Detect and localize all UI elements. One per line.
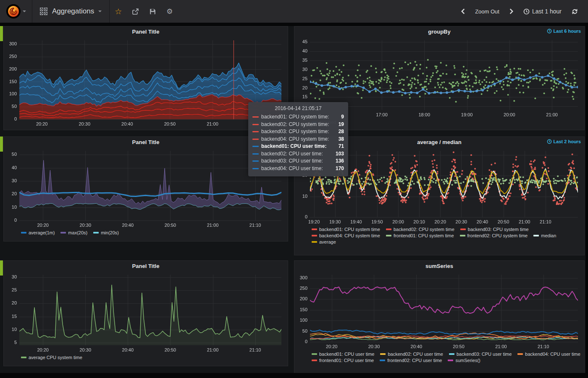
divider bbox=[585, 23, 588, 378]
chevron-left-icon bbox=[461, 8, 465, 14]
star-button[interactable]: ☆ bbox=[110, 0, 127, 23]
legend-label: backend02: CPU user time bbox=[388, 352, 443, 357]
time-range-label: Last 1 hour bbox=[532, 8, 562, 15]
legend-item[interactable]: backend01: CPU system time bbox=[312, 227, 380, 232]
dashboard-title: Aggregations bbox=[52, 7, 94, 16]
legend: backend01: CPU system timebackend02: CPU… bbox=[296, 227, 583, 244]
graph-tooltip: 2016-04-14 21:05:17 backend01: CPU syste… bbox=[248, 102, 348, 176]
panel-title: Panel Title bbox=[132, 263, 160, 269]
tooltip-series-label: backend01: CPU system time: bbox=[261, 114, 338, 120]
legend-item[interactable]: frontend01: CPU system time bbox=[386, 233, 454, 238]
panel-header[interactable]: Panel Title bbox=[5, 137, 286, 147]
legend-label: frontend01: CPU user time bbox=[319, 358, 374, 363]
tooltip-row: backend01: CPU user time:71 bbox=[252, 144, 344, 149]
series-color-dash bbox=[252, 124, 259, 125]
save-button[interactable] bbox=[144, 0, 161, 23]
panel-title: Panel Title bbox=[132, 139, 160, 145]
panel-average-cpu: Panel Title average CPU system time bbox=[3, 260, 288, 366]
tooltip-series-label: backend02: CPU user time: bbox=[261, 151, 332, 157]
legend-color-chip bbox=[312, 235, 317, 236]
legend-item[interactable]: frontend02: CPU system time bbox=[460, 233, 528, 238]
panel-title: Panel Title bbox=[132, 29, 160, 35]
legend-item[interactable]: backend03: CPU user time bbox=[449, 352, 512, 357]
panel-sumseries: sumSeries backend01: CPU user timebacken… bbox=[294, 260, 585, 373]
tooltip-series-label: backend03: CPU system time: bbox=[261, 129, 335, 134]
tooltip-series-label: backend03: CPU user time: bbox=[261, 158, 332, 164]
panel-header[interactable]: Panel Title bbox=[5, 26, 286, 37]
legend-label: frontend02: CPU user time bbox=[387, 358, 442, 363]
legend-item[interactable]: backend02: CPU user time bbox=[380, 352, 443, 357]
chart-stacked-cpu[interactable] bbox=[5, 37, 286, 128]
refresh-icon bbox=[572, 8, 578, 15]
legend-label: frontend01: CPU system time bbox=[394, 233, 454, 238]
tooltip-row: backend03: CPU user time:136 bbox=[252, 158, 344, 164]
panel-header[interactable]: Panel Title bbox=[5, 261, 286, 271]
tooltip-series-value: 71 bbox=[339, 144, 344, 149]
legend-item[interactable]: average CPU system time bbox=[21, 355, 82, 360]
time-forward-button[interactable] bbox=[504, 0, 518, 23]
row-tab-3[interactable] bbox=[0, 260, 3, 276]
legend-item[interactable]: frontend01: CPU user time bbox=[312, 358, 374, 363]
panel-header[interactable]: sumSeries bbox=[296, 261, 583, 271]
time-back-button[interactable] bbox=[456, 0, 470, 23]
legend-color-chip bbox=[460, 228, 466, 230]
tooltip-row: backend01: CPU system time:9 bbox=[252, 114, 344, 120]
settings-button[interactable]: ⚙ bbox=[161, 0, 178, 23]
legend-item[interactable]: average bbox=[312, 239, 336, 244]
tooltip-timestamp: 2016-04-14 21:05:17 bbox=[252, 105, 344, 111]
time-override-badge[interactable]: Last 6 hours bbox=[547, 29, 581, 34]
chart-avg-max-min[interactable] bbox=[5, 147, 286, 229]
dashboard-picker[interactable]: Aggregations bbox=[32, 0, 110, 23]
legend-item[interactable]: backend02: CPU system time bbox=[386, 227, 454, 232]
legend-label: max(20s) bbox=[68, 230, 87, 235]
refresh-button[interactable] bbox=[567, 0, 583, 23]
series-color-dash bbox=[252, 160, 259, 162]
legend-item[interactable]: median bbox=[533, 233, 556, 238]
grafana-logo-menu[interactable] bbox=[0, 0, 32, 23]
panel-stacked-cpu: Panel Title bbox=[3, 26, 288, 130]
gear-icon: ⚙ bbox=[166, 8, 173, 15]
chart-sumseries[interactable] bbox=[296, 271, 583, 350]
zoom-out-button[interactable]: Zoom Out bbox=[470, 0, 504, 23]
dashboard-grid-icon bbox=[40, 8, 48, 16]
legend-color-chip bbox=[380, 360, 385, 361]
star-icon: ☆ bbox=[115, 8, 122, 16]
tooltip-row: backend03: CPU system time:28 bbox=[252, 129, 344, 134]
legend-item[interactable]: min(20s) bbox=[93, 230, 119, 235]
tooltip-row: backend04: CPU system time:38 bbox=[252, 136, 344, 142]
panel-header[interactable]: groupBy Last 6 hours bbox=[296, 26, 583, 37]
tooltip-series-label: backend04: CPU system time: bbox=[261, 136, 335, 142]
chevron-right-icon bbox=[509, 8, 513, 14]
legend-label: sumSeries() bbox=[455, 358, 480, 363]
row-tab-1[interactable] bbox=[0, 26, 3, 41]
legend-item[interactable]: average(1m) bbox=[21, 230, 55, 235]
tooltip-series-value: 170 bbox=[336, 166, 344, 171]
legend-label: backend02: CPU system time bbox=[394, 227, 454, 232]
legend-label: median bbox=[541, 233, 556, 238]
legend-item[interactable]: backend04: CPU user time bbox=[517, 352, 580, 357]
series-color-dash bbox=[252, 116, 259, 118]
legend: average CPU system time bbox=[5, 355, 286, 360]
tooltip-series-label: backend04: CPU user time: bbox=[261, 166, 332, 171]
legend-color-chip bbox=[386, 228, 391, 230]
tooltip-series-value: 9 bbox=[341, 114, 344, 120]
tooltip-series-value: 38 bbox=[339, 136, 344, 142]
legend-item[interactable]: frontend02: CPU user time bbox=[380, 358, 442, 363]
chart-average-cpu[interactable] bbox=[5, 271, 286, 354]
time-range-picker[interactable]: Last 1 hour bbox=[518, 0, 567, 23]
legend-item[interactable]: max(20s) bbox=[60, 230, 87, 235]
legend-item[interactable]: sumSeries() bbox=[448, 358, 480, 363]
row-tab-2[interactable] bbox=[0, 136, 3, 152]
time-override-label: Last 6 hours bbox=[554, 29, 581, 34]
time-override-badge[interactable]: Last 2 hours bbox=[547, 139, 581, 144]
legend-item[interactable]: backend04: CPU system time bbox=[312, 233, 380, 238]
share-button[interactable] bbox=[127, 0, 144, 23]
legend-item[interactable]: backend01: CPU user time bbox=[312, 352, 374, 357]
legend-item[interactable]: backend03: CPU system time bbox=[460, 227, 529, 232]
divider bbox=[0, 23, 588, 26]
tooltip-series-value: 136 bbox=[336, 158, 344, 164]
clock-icon bbox=[547, 139, 552, 144]
legend-color-chip bbox=[517, 353, 523, 355]
series-color-dash bbox=[252, 139, 259, 140]
legend-color-chip bbox=[93, 232, 99, 234]
